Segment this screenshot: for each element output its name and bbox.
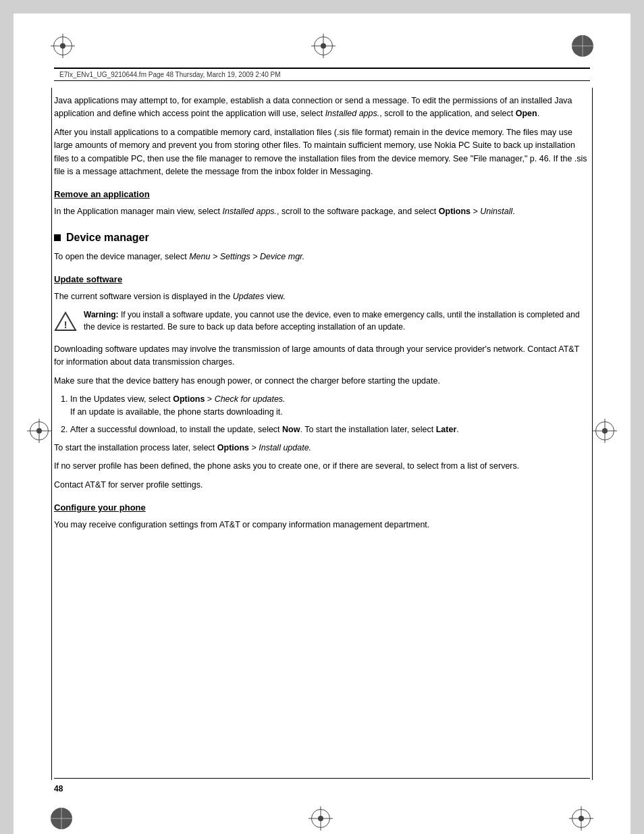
install-update-para: To start the installation process later,… — [54, 442, 590, 454]
bottom-left-filled-circle — [51, 808, 72, 829]
configure-paragraph: You may receive configuration settings f… — [54, 519, 590, 531]
mid-right-compass — [593, 419, 617, 443]
download-paragraph: Downloading software updates may involve… — [54, 343, 590, 369]
remove-paragraph: In the Application manager main view, se… — [54, 205, 590, 218]
header-bar: E7Ix_ENv1_UG_9210644.fm Page 48 Thursday… — [54, 68, 590, 81]
right-border-line — [592, 88, 593, 780]
remove-application-heading: Remove an application — [54, 188, 590, 201]
page-number: 48 — [54, 784, 63, 793]
update-software-heading: Update software — [54, 273, 590, 286]
mid-left-compass — [27, 419, 51, 443]
footer: 48 — [54, 778, 590, 793]
header-text: E7Ix_ENv1_UG_9210644.fm Page 48 Thursday… — [59, 71, 281, 78]
top-center-compass — [311, 34, 336, 58]
update-intro: The current software version is displaye… — [54, 290, 590, 303]
top-right-filled-circle — [572, 35, 593, 57]
device-manager-heading: Device manager — [54, 230, 590, 246]
warning-triangle-icon: ! — [54, 310, 77, 337]
step-1: In the Updates view, select Options > Ch… — [70, 393, 590, 419]
warning-box: ! Warning: If you install a software upd… — [54, 309, 590, 337]
left-border-line — [51, 88, 52, 780]
main-content: Java applications may attempt to, for ex… — [54, 81, 590, 532]
top-left-compass — [51, 34, 75, 58]
square-bullet-icon — [54, 234, 61, 241]
intro-paragraph-2: After you install applications to a comp… — [54, 126, 590, 179]
top-marks — [14, 34, 630, 58]
battery-paragraph: Make sure that the device battery has en… — [54, 375, 590, 388]
step-2: After a successful download, to install … — [70, 423, 590, 436]
server-paragraph: If no server profile has been defined, t… — [54, 460, 590, 473]
intro-paragraph-1: Java applications may attempt to, for ex… — [54, 95, 590, 121]
bottom-right-compass — [569, 806, 593, 831]
bottom-marks — [14, 806, 630, 831]
bottom-center-compass — [308, 806, 333, 831]
page: E7Ix_ENv1_UG_9210644.fm Page 48 Thursday… — [14, 14, 630, 834]
svg-text:!: ! — [64, 319, 68, 330]
configure-phone-heading: Configure your phone — [54, 501, 590, 515]
warning-text: Warning: If you install a software updat… — [84, 309, 590, 333]
update-steps-list: In the Updates view, select Options > Ch… — [70, 393, 590, 436]
device-manager-intro: To open the device manager, select Menu … — [54, 251, 590, 263]
att-paragraph: Contact AT&T for server profile settings… — [54, 479, 590, 492]
